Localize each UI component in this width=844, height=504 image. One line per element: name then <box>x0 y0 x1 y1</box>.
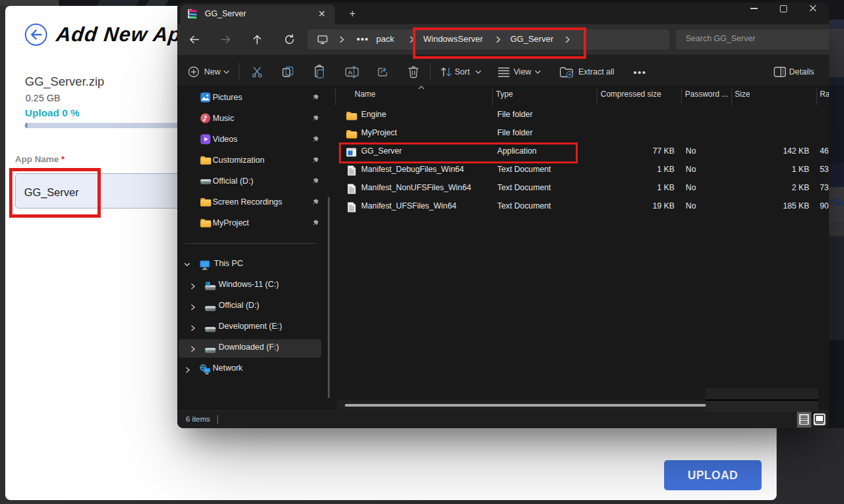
svg-text:A: A <box>348 69 353 76</box>
